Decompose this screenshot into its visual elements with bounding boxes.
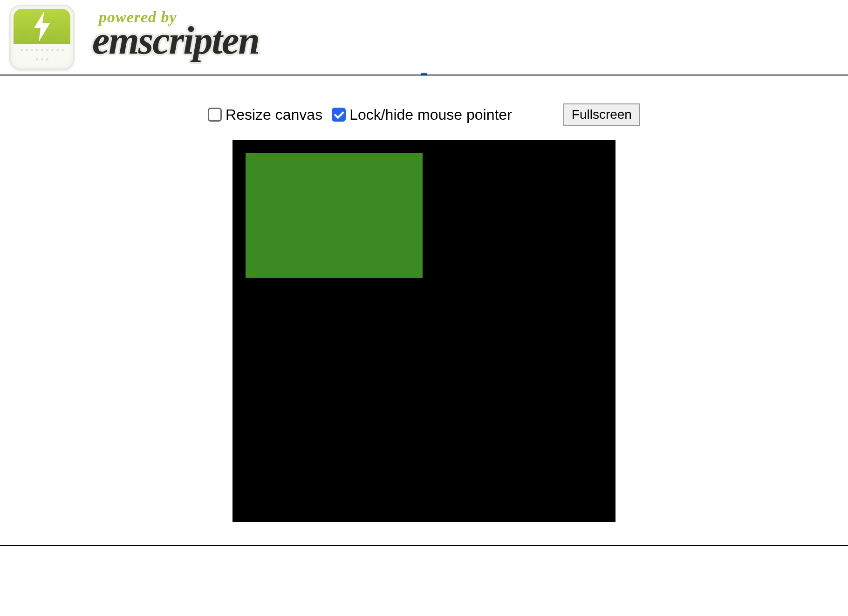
emscripten-logo-icon (9, 5, 75, 70)
logo-icon-bottom (14, 44, 70, 66)
emscripten-title: emscripten (92, 18, 259, 63)
fullscreen-button[interactable]: Fullscreen (563, 103, 640, 126)
canvas-wrapper (0, 140, 848, 522)
header: powered by emscripten (0, 0, 848, 75)
progress-marker (421, 73, 427, 75)
header-divider (0, 75, 848, 75)
emscripten-canvas[interactable] (233, 140, 615, 522)
logo-icon-top (14, 9, 70, 44)
logo-text-block: powered by emscripten (84, 8, 267, 67)
bottom-divider (0, 545, 848, 546)
lock-pointer-checkbox[interactable] (332, 108, 346, 122)
green-rectangle (246, 153, 423, 278)
lock-pointer-group: Lock/hide mouse pointer (332, 106, 512, 123)
lock-pointer-label[interactable]: Lock/hide mouse pointer (349, 106, 512, 123)
controls-area: Resize canvas Lock/hide mouse pointer Fu… (0, 75, 848, 140)
resize-canvas-label[interactable]: Resize canvas (226, 106, 322, 123)
lightning-bolt-icon (30, 10, 54, 43)
resize-canvas-checkbox[interactable] (208, 108, 222, 122)
resize-canvas-group: Resize canvas (208, 106, 322, 123)
